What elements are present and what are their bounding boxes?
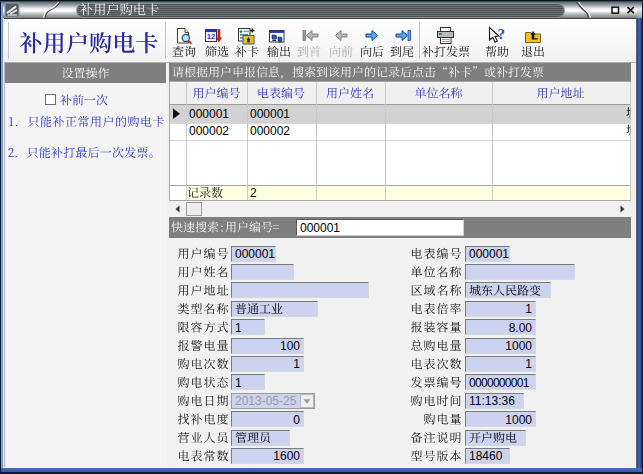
svg-text:12: 12 [207,32,215,41]
svg-text:?: ? [498,26,506,42]
